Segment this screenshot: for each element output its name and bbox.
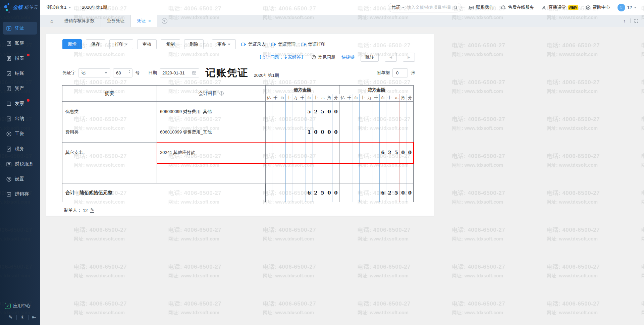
credit-digit-cell[interactable] [407, 122, 413, 142]
debit-digit-cell[interactable] [313, 143, 319, 163]
credit-digit-cell[interactable]: 0 [407, 183, 413, 202]
credit-digit-cell[interactable] [346, 163, 353, 183]
debit-digit-cell[interactable] [286, 183, 292, 202]
credit-digit-cell[interactable] [366, 183, 373, 202]
credit-digit-cell[interactable] [400, 122, 407, 142]
credit-digit-cell[interactable] [373, 183, 380, 202]
credit-digit-cell[interactable] [373, 143, 380, 163]
credit-digit-cell[interactable] [400, 102, 407, 122]
debit-digit-cell[interactable] [292, 163, 299, 183]
debit-digit-cell[interactable]: 0 [319, 122, 326, 142]
credit-digit-cell[interactable] [339, 102, 346, 122]
credit-digit-cell[interactable] [353, 143, 360, 163]
prev-voucher-button[interactable]: ◀ [385, 53, 397, 62]
next-voucher-button[interactable]: ▶ [403, 53, 415, 62]
tab-voucher[interactable]: 凭证 × [131, 15, 157, 27]
date-input[interactable] [162, 70, 189, 75]
debit-digit-cell[interactable]: 6 [306, 183, 313, 202]
debit-digit-cell[interactable] [333, 163, 339, 183]
debit-digit-cell[interactable] [272, 102, 279, 122]
credit-digit-cell[interactable] [339, 163, 346, 183]
tab-inventory-params[interactable]: 进销存核算参数 [58, 15, 101, 27]
sidebar-item-voucher[interactable]: 凭证 [3, 22, 37, 35]
credit-digit-cell[interactable] [386, 122, 393, 142]
debit-digit-cell[interactable] [266, 102, 272, 122]
jump-button[interactable]: 跳转 [361, 53, 379, 62]
account-cell[interactable]: 20241 其他应付款 [157, 143, 266, 163]
credit-digit-cell[interactable] [366, 122, 373, 142]
debit-digit-cell[interactable] [266, 122, 272, 142]
debit-digit-cell[interactable] [306, 163, 313, 183]
attach-count-input[interactable] [392, 68, 408, 77]
debit-digit-cell[interactable]: 2 [313, 183, 319, 202]
debit-digit-cell[interactable]: 0 [326, 102, 333, 122]
user-menu[interactable]: 12 [618, 4, 637, 11]
credit-digit-cell[interactable] [393, 102, 400, 122]
credit-digit-cell[interactable] [339, 183, 346, 202]
credit-digit-cell[interactable] [366, 102, 373, 122]
faq-link[interactable]: 常见问题 [311, 54, 335, 60]
debit-digit-cell[interactable] [272, 163, 279, 183]
debit-digit-cell[interactable] [326, 143, 333, 163]
credit-digit-cell[interactable] [373, 102, 380, 122]
credit-digit-cell[interactable]: 6 [380, 143, 386, 163]
tab-business-voucher[interactable]: 业务凭证 [101, 15, 131, 27]
debit-digit-cell[interactable] [306, 143, 313, 163]
debit-digit-cell[interactable] [299, 163, 306, 183]
more-button[interactable]: 更多 [212, 39, 236, 49]
debit-digit-cell[interactable] [272, 122, 279, 142]
debit-digit-cell[interactable] [266, 183, 272, 202]
credit-digit-cell[interactable] [380, 163, 386, 183]
debit-digit-cell[interactable]: 0 [326, 183, 333, 202]
debit-digit-cell[interactable] [319, 163, 326, 183]
account-cell[interactable]: 606010099 销售费用_其他 [157, 122, 266, 142]
brightness-icon[interactable]: ☀ [16, 314, 28, 320]
debit-digit-cell[interactable] [286, 143, 292, 163]
delete-button[interactable]: 删除 [184, 39, 204, 49]
debit-digit-cell[interactable]: 2 [313, 102, 319, 122]
print-button[interactable]: 打印 [109, 39, 133, 49]
sidebar-item-invoice[interactable]: 发票 [3, 97, 37, 110]
credit-digit-cell[interactable] [373, 122, 380, 142]
sidebar-item-book[interactable]: 账簿 [3, 37, 37, 50]
debit-digit-cell[interactable] [272, 143, 279, 163]
debit-digit-cell[interactable] [279, 122, 286, 142]
credit-digit-cell[interactable]: 5 [393, 143, 400, 163]
sidebar-item-salary[interactable]: 工资 [3, 127, 37, 140]
expert-answer-link[interactable]: 【会计问题，专家解答】 [257, 54, 305, 60]
debit-digit-cell[interactable]: 5 [319, 102, 326, 122]
debit-digit-cell[interactable] [292, 143, 299, 163]
fullscreen-icon[interactable] [634, 18, 639, 23]
summary-cell[interactable]: 优惠类 [62, 102, 157, 122]
search-input[interactable] [407, 5, 451, 10]
sidebar-item-cashier[interactable]: 出纳 [3, 112, 37, 125]
debit-digit-cell[interactable]: 5 [319, 183, 326, 202]
credit-digit-cell[interactable] [407, 102, 413, 122]
question-circle-icon[interactable] [219, 91, 224, 96]
debit-digit-cell[interactable]: 1 [306, 122, 313, 142]
sidebar-item-asset[interactable]: 资产 [3, 82, 37, 95]
app-center-button[interactable]: ✓ 应用中心 [5, 303, 40, 309]
credit-digit-cell[interactable] [339, 122, 346, 142]
credit-digit-cell[interactable] [366, 163, 373, 183]
account-cell[interactable]: 606030099 财务费用_其他_ [157, 102, 266, 122]
debit-digit-cell[interactable] [266, 163, 272, 183]
debit-digit-cell[interactable] [272, 183, 279, 202]
debit-digit-cell[interactable] [326, 163, 333, 183]
credit-digit-cell[interactable]: 0 [400, 183, 407, 202]
audit-button[interactable]: 审核 [137, 39, 157, 49]
debit-digit-cell[interactable] [299, 122, 306, 142]
voucher-print-link[interactable]: 凭证打印 [301, 41, 325, 47]
debit-digit-cell[interactable] [286, 102, 292, 122]
debit-digit-cell[interactable] [292, 102, 299, 122]
contact-us-link[interactable]: 联系我们 [469, 4, 493, 10]
debit-digit-cell[interactable] [279, 163, 286, 183]
credit-digit-cell[interactable] [360, 122, 366, 142]
summary-cell[interactable]: 费用类 [62, 122, 157, 142]
credit-digit-cell[interactable] [346, 102, 353, 122]
debit-digit-cell[interactable]: 0 [333, 102, 339, 122]
credit-digit-cell[interactable] [373, 163, 380, 183]
collapse-sidebar-icon[interactable]: ⇤ [28, 314, 40, 320]
help-center-link[interactable]: 帮助中心 [586, 4, 610, 10]
credit-digit-cell[interactable] [360, 143, 366, 163]
